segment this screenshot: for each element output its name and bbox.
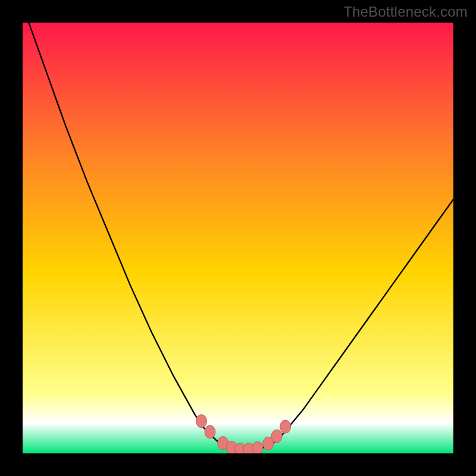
chart-svg (23, 23, 453, 453)
curve-marker (280, 420, 291, 433)
chart-plot-area (23, 23, 453, 453)
curve-marker (205, 425, 215, 439)
chart-frame: TheBottleneck.com (0, 0, 476, 476)
curve-marker (196, 415, 206, 428)
chart-background-gradient (23, 23, 453, 453)
curve-marker (252, 441, 263, 453)
watermark-text: TheBottleneck.com (343, 4, 468, 20)
curve-marker (271, 430, 282, 443)
